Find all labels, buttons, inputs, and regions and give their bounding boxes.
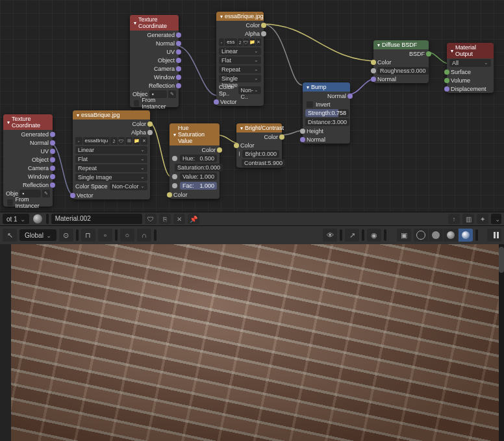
- cursor-icon[interactable]: ↖: [3, 229, 17, 242]
- material-list-dropdown[interactable]: [46, 214, 49, 224]
- viewport-3d[interactable]: [11, 244, 504, 441]
- socket-normal-in[interactable]: Normal: [303, 135, 350, 144]
- snap-dropdown[interactable]: [115, 229, 118, 241]
- fake-user-icon[interactable]: 🛡: [118, 137, 125, 145]
- socket-reflection[interactable]: Reflection: [3, 181, 53, 189]
- node-header[interactable]: Diffuse BSDF: [373, 40, 429, 49]
- socket-bsdf[interactable]: BSDF: [373, 49, 429, 58]
- node-editor[interactable]: Texture Coordinate Generated Normal UV O…: [0, 0, 504, 212]
- hue-slider[interactable]: Hue:0.500: [180, 155, 217, 162]
- socket-normal-out[interactable]: Normal: [303, 92, 350, 100]
- socket-object[interactable]: Object: [3, 155, 53, 164]
- node-image-texture-2[interactable]: essaBrique.jpg Color Alpha ▫ essaBriqu 2…: [73, 110, 150, 199]
- node-header[interactable]: Texture Coordinate: [130, 15, 179, 31]
- source-dropdown[interactable]: Single Image: [75, 173, 147, 181]
- socket-color-in[interactable]: Color: [170, 190, 220, 199]
- socket-color[interactable]: Color: [73, 120, 150, 128]
- material-name-field[interactable]: Material.002: [51, 214, 142, 224]
- socket-window[interactable]: Window: [3, 172, 53, 181]
- node-diffuse-bsdf[interactable]: Diffuse BSDF BSDF Color Roughness:0.000 …: [373, 40, 429, 83]
- socket-alpha[interactable]: Alpha: [216, 29, 264, 38]
- node-bright-contrast[interactable]: Bright/Contrast Color Color Bright:0.000…: [236, 123, 282, 168]
- visibility-dropdown[interactable]: [340, 229, 342, 241]
- solid-shading[interactable]: [429, 229, 443, 242]
- visibility-eye-icon[interactable]: 👁: [323, 229, 337, 242]
- unlink-icon[interactable]: ✕: [173, 214, 185, 224]
- socket-camera[interactable]: Camera: [130, 64, 179, 73]
- open-icon[interactable]: 📁: [249, 38, 255, 46]
- socket-normal[interactable]: Normal: [373, 75, 429, 83]
- pivot-dropdown[interactable]: [76, 229, 79, 241]
- node-texture-coordinate-2[interactable]: Texture Coordinate Generated Normal UV O…: [3, 114, 53, 207]
- source-dropdown[interactable]: Single Image: [219, 75, 261, 82]
- wireframe-shading[interactable]: [414, 229, 428, 242]
- socket-generated[interactable]: Generated: [3, 130, 53, 138]
- distance-field[interactable]: Distance:3.000: [305, 118, 349, 126]
- socket-normal[interactable]: Normal: [3, 138, 53, 147]
- image-icon[interactable]: ▫: [219, 38, 224, 46]
- node-bump[interactable]: Bump Normal Invert Strength:0.758 Distan…: [303, 82, 350, 144]
- socket-uv[interactable]: UV: [3, 147, 53, 155]
- contrast-slider[interactable]: Contrast:5.900: [242, 159, 285, 167]
- open-icon[interactable]: 📁: [133, 137, 140, 145]
- interpolation-dropdown[interactable]: Linear: [219, 47, 261, 55]
- proportional-icon[interactable]: ○: [120, 229, 134, 242]
- from-instancer-row[interactable]: From Instancer: [3, 198, 53, 207]
- new-material-icon[interactable]: ⎘: [159, 214, 171, 224]
- node-header[interactable]: Bump: [303, 82, 350, 92]
- up-arrow-icon[interactable]: ↑: [448, 214, 460, 224]
- saturation-slider[interactable]: Saturation:0.000: [175, 164, 223, 171]
- new-icon[interactable]: ⊞: [125, 137, 132, 145]
- image-datablock-row[interactable]: ▫ essaBriqu 2 🛡 ⊞ 📁 ✕: [73, 136, 150, 145]
- colorspace-dropdown[interactable]: Non-Color: [110, 183, 148, 190]
- node-header[interactable]: Hue Saturation Value: [170, 123, 220, 145]
- socket-window[interactable]: Window: [130, 73, 179, 81]
- scrollbar[interactable]: [499, 244, 504, 441]
- invert-row[interactable]: Invert: [303, 100, 350, 108]
- target-dropdown[interactable]: All: [449, 59, 491, 67]
- checkbox[interactable]: [7, 199, 13, 206]
- falloff-icon[interactable]: ∩: [137, 229, 151, 242]
- unlink-icon[interactable]: ✕: [140, 137, 147, 145]
- socket-camera[interactable]: Camera: [3, 164, 53, 172]
- node-header[interactable]: essaBrique.jpg: [73, 110, 150, 120]
- node-header[interactable]: Bright/Contrast: [236, 123, 282, 132]
- socket-reflection[interactable]: Reflection: [130, 81, 179, 90]
- node-header[interactable]: essaBrique.jpg: [216, 12, 264, 21]
- user-count[interactable]: 2: [238, 38, 243, 46]
- projection-dropdown[interactable]: Flat: [75, 155, 147, 163]
- panel-icon[interactable]: ▥: [462, 214, 474, 224]
- node-texture-coordinate-1[interactable]: Texture Coordinate Generated Normal UV O…: [130, 15, 179, 107]
- socket-volume[interactable]: Volume: [447, 76, 494, 84]
- snap-magnet-icon[interactable]: ⊓: [81, 229, 95, 242]
- socket-displacement[interactable]: Displacement: [447, 84, 494, 93]
- socket-color[interactable]: Color: [236, 132, 282, 141]
- shield-icon[interactable]: 🛡: [145, 214, 157, 224]
- node-header[interactable]: Texture Coordinate: [3, 114, 53, 130]
- node-material-output[interactable]: Material Output All Surface Volume Displ…: [447, 43, 494, 93]
- node-header[interactable]: Material Output: [447, 43, 494, 58]
- gizmo-dropdown[interactable]: [362, 229, 364, 241]
- pivot-icon[interactable]: ⊙: [59, 229, 73, 242]
- checkbox[interactable]: [307, 101, 313, 108]
- socket-vector[interactable]: Vector: [216, 97, 264, 106]
- strength-slider[interactable]: Strength:0.758: [305, 109, 349, 117]
- overlays-dropdown[interactable]: [384, 229, 386, 241]
- xray-icon[interactable]: ▣: [397, 229, 411, 242]
- scrollbar-handle[interactable]: [499, 247, 504, 273]
- overlay-icon[interactable]: ✦: [477, 214, 488, 224]
- socket-color-in[interactable]: Color: [236, 141, 282, 149]
- material-shading[interactable]: [444, 229, 458, 242]
- fake-user-icon[interactable]: 🛡: [244, 38, 249, 46]
- socket-color[interactable]: Color: [373, 58, 429, 66]
- node-image-texture-1[interactable]: essaBrique.jpg Color Alpha ▫ ess 2 🛡 📁 ✕…: [216, 12, 264, 106]
- socket-alpha[interactable]: Alpha: [73, 128, 150, 136]
- socket-object[interactable]: Object: [130, 56, 179, 64]
- from-instancer-row[interactable]: From Instancer: [130, 99, 179, 107]
- extension-dropdown[interactable]: Repeat: [75, 164, 147, 172]
- unlink-icon[interactable]: ✕: [256, 38, 261, 46]
- material-preview-icon[interactable]: [32, 214, 44, 224]
- socket-vector[interactable]: Vector: [73, 191, 150, 199]
- socket-surface[interactable]: Surface: [447, 68, 494, 76]
- checkbox[interactable]: [134, 100, 139, 107]
